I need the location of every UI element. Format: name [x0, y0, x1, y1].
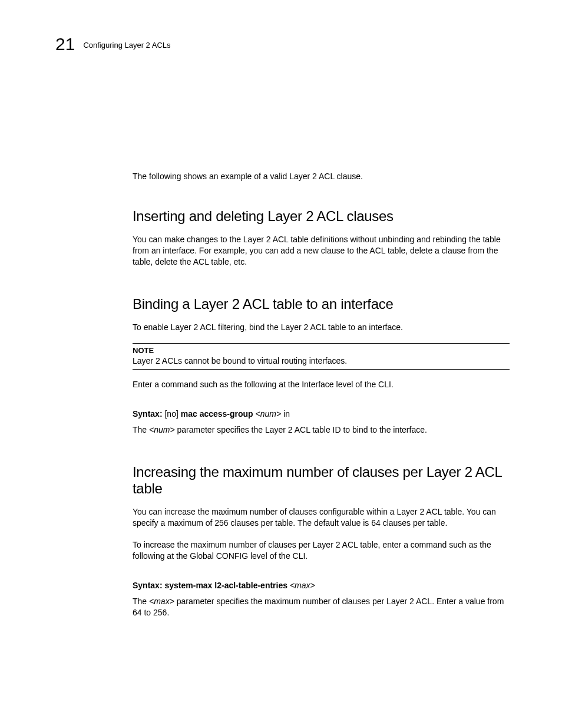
- note-block: NOTE Layer 2 ACLs cannot be bound to vir…: [133, 343, 510, 370]
- page-content: The following shows an example of a vali…: [133, 171, 510, 629]
- section2-paragraph-2: Enter a command such as the following at…: [133, 379, 510, 390]
- syntax-command: mac access-group: [181, 409, 253, 419]
- intro-paragraph: The following shows an example of a vali…: [133, 171, 510, 182]
- syntax-label: Syntax:: [133, 409, 163, 419]
- text-part: The: [133, 597, 149, 606]
- syntax-command: system-max l2-acl-table-entries: [164, 581, 287, 590]
- section-heading-inserting-deleting: Inserting and deleting Layer 2 ACL claus…: [133, 208, 510, 225]
- page: 21 Configuring Layer 2 ACLs The followin…: [0, 0, 562, 728]
- inline-variable-num: <num>: [149, 425, 175, 434]
- text-part: The: [133, 425, 149, 434]
- syntax-line-mac-access-group: Syntax: [no] mac access-group <num> in: [133, 409, 510, 419]
- syntax-variable-num: <num>: [256, 409, 282, 419]
- syntax-suffix: in: [281, 409, 290, 419]
- syntax-label: Syntax:: [133, 581, 163, 590]
- note-label: NOTE: [133, 346, 510, 355]
- section2-paragraph-1: To enable Layer 2 ACL filtering, bind th…: [133, 322, 510, 333]
- section3-paragraph-3: The <max> parameter specifies the maximu…: [133, 596, 510, 618]
- section2-paragraph-3: The <num> parameter specifies the Layer …: [133, 424, 510, 436]
- section-heading-increasing-max: Increasing the maximum number of clauses…: [133, 464, 510, 497]
- syntax-line-system-max: Syntax: system-max l2-acl-table-entries …: [133, 581, 510, 590]
- chapter-title: Configuring Layer 2 ACLs: [83, 41, 170, 50]
- section3-paragraph-2: To increase the maximum number of clause…: [133, 539, 510, 562]
- section-heading-binding: Binding a Layer 2 ACL table to an interf…: [133, 296, 510, 312]
- inline-variable-max: <max>: [149, 597, 174, 606]
- chapter-number: 21: [55, 34, 75, 54]
- note-text: Layer 2 ACLs cannot be bound to virtual …: [133, 356, 510, 365]
- syntax-no: [no]: [164, 409, 180, 419]
- text-part: parameter specifies the Layer 2 ACL tabl…: [175, 425, 427, 434]
- syntax-variable-max: <max>: [290, 581, 315, 590]
- section3-paragraph-1: You can increase the maximum number of c…: [133, 506, 510, 529]
- page-header: 21 Configuring Layer 2 ACLs: [55, 34, 507, 54]
- section1-paragraph: You can make changes to the Layer 2 ACL …: [133, 234, 510, 268]
- text-part: parameter specifies the maximum number o…: [133, 597, 504, 617]
